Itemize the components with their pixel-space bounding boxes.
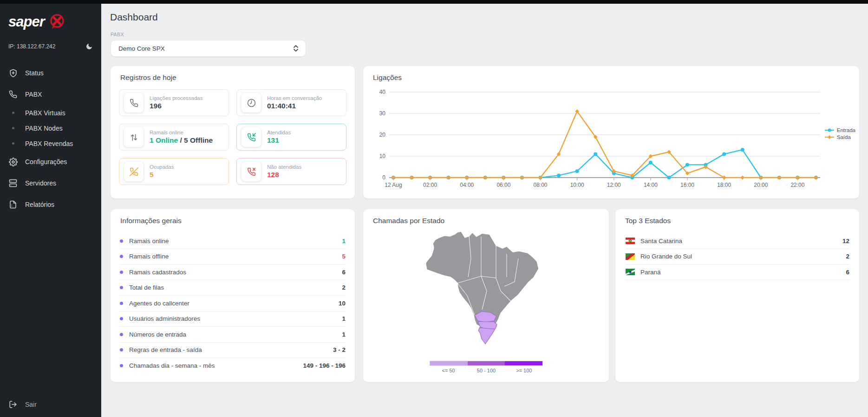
ip-address: IP: 138.122.67.242	[8, 43, 55, 50]
estado-row: Santa Catarina 12	[626, 233, 849, 249]
moon-icon	[85, 43, 93, 50]
flag-parana-icon	[626, 269, 635, 275]
info-row: Ramais offline5	[120, 249, 346, 265]
svg-text:0: 0	[382, 174, 385, 181]
sidebar-item-label: Status	[25, 69, 44, 77]
state-rio-grande-do-sul	[478, 328, 495, 344]
legend-swatch-mid	[468, 361, 505, 365]
svg-text:10:00: 10:00	[570, 182, 584, 188]
svg-text:12:00: 12:00	[607, 182, 621, 188]
shield-icon	[8, 69, 18, 78]
info-row: Ramais cadastrados6	[120, 265, 346, 280]
stat-value: 01:40:41	[267, 102, 322, 110]
stat-label: Ocupadas	[150, 164, 174, 170]
document-icon	[8, 200, 18, 209]
estado-value: 12	[842, 238, 849, 245]
sidebar-item-status[interactable]: Status	[0, 62, 101, 84]
sidebar-item-configuracoes[interactable]: Configurações	[0, 151, 101, 172]
pabx-select[interactable]: Demo Core SPX	[111, 40, 306, 57]
info-value: 1	[342, 315, 346, 322]
sidebar-nav: Status PABX PABX Virtuais PABX Nodes PAB…	[0, 62, 101, 215]
stat-label: Ramais online	[150, 130, 213, 135]
svg-text:18:00: 18:00	[717, 182, 731, 188]
stat-value: 131	[267, 136, 291, 145]
stat-tile-atendidas: Atendidas 131	[236, 124, 346, 151]
sidebar-item-relatorios[interactable]: Relatórios	[0, 194, 101, 215]
card-registros-de-hoje: Registros de hoje Ligações processadas 1…	[111, 66, 355, 199]
stat-value: 128	[267, 171, 301, 179]
dark-mode-toggle[interactable]	[85, 43, 93, 50]
logout-button[interactable]: Sair	[0, 392, 101, 417]
svg-text:16:00: 16:00	[680, 182, 694, 188]
svg-text:20: 20	[379, 132, 386, 138]
phone-busy-icon	[124, 162, 144, 181]
svg-text:12 Aug: 12 Aug	[385, 182, 402, 188]
logo-x-icon	[47, 12, 67, 32]
bullet-icon	[120, 333, 123, 336]
pabx-select-value: Demo Core SPX	[118, 45, 165, 52]
bullet-icon	[120, 239, 123, 243]
card-ligacoes-chart: Ligações 01020304012 Aug02:0004:0006:000…	[363, 66, 859, 199]
bullet-icon	[120, 364, 123, 367]
bullet-icon	[120, 317, 123, 320]
sidebar-item-pabx-nodes[interactable]: PABX Nodes	[0, 120, 101, 136]
sidebar-item-label: Relatórios	[25, 201, 54, 208]
bullet-icon	[8, 112, 18, 114]
sidebar-item-label: PABX Virtuais	[25, 109, 65, 117]
stat-value: 196	[150, 102, 202, 110]
sidebar-item-label: PABX Revendas	[25, 140, 73, 147]
sidebar-item-pabx-revendas[interactable]: PABX Revendas	[0, 136, 101, 151]
logo[interactable]: saper	[8, 12, 101, 32]
main-content: Dashboard PABX Demo Core SPX Registros d…	[101, 4, 868, 417]
stat-tile-ocupadas: Ocupadas 5	[119, 158, 229, 185]
chart-legend: Entrada Saída	[824, 127, 855, 140]
phone-icon	[124, 93, 144, 113]
svg-text:02:00: 02:00	[423, 182, 437, 188]
logout-label: Sair	[25, 401, 37, 408]
card-top-3-estados: Top 3 Estados Santa Catarina 12 Rio Gran…	[615, 209, 859, 382]
estado-value: 2	[846, 253, 849, 260]
sidebar-item-servidores[interactable]: Servidores	[0, 172, 101, 194]
info-row: Chamadas dia - semana - mês149 - 196 - 1…	[120, 358, 346, 374]
card-informacoes-gerais: Informações gerais Ramais online1 Ramais…	[111, 209, 355, 382]
line-chart: 01020304012 Aug02:0004:0006:0008:0010:00…	[371, 85, 830, 195]
legend-entry-entrada: Entrada	[824, 127, 855, 133]
svg-text:08:00: 08:00	[534, 182, 548, 188]
svg-text:04:00: 04:00	[460, 182, 474, 188]
svg-text:40: 40	[379, 89, 386, 95]
sidebar-item-label: PABX Nodes	[25, 125, 63, 132]
brazil-map[interactable]	[411, 217, 565, 356]
chart-title: Ligações	[373, 73, 402, 82]
estado-row: Paraná 6	[626, 265, 849, 280]
stat-label: Ligações processadas	[150, 95, 202, 101]
svg-text:22:00: 22:00	[790, 182, 804, 188]
card-chamadas-por-estado: Chamadas por Estado	[363, 209, 609, 382]
stat-label: Atendidas	[267, 130, 291, 135]
info-value: 10	[339, 300, 346, 307]
clock-icon	[241, 93, 261, 113]
top-strip	[0, 0, 868, 4]
estado-label: Rio Grande do Sul	[640, 253, 692, 260]
sidebar-item-pabx-virtuais[interactable]: PABX Virtuais	[0, 105, 101, 120]
sidebar-item-label: PABX	[25, 91, 42, 98]
legend-label-low: <= 50	[430, 368, 467, 373]
stat-value: 5	[150, 171, 174, 179]
stat-label: Não atendidas	[267, 164, 301, 170]
estado-label: Paraná	[640, 269, 661, 276]
phone-missed-icon	[241, 162, 261, 181]
svg-text:06:00: 06:00	[496, 182, 510, 188]
info-value: 5	[342, 253, 346, 260]
sidebar-item-label: Configurações	[25, 158, 67, 165]
sidebar-item-pabx[interactable]: PABX	[0, 84, 101, 105]
flag-santa-catarina-icon	[626, 238, 635, 244]
gear-icon	[8, 158, 18, 166]
info-value: 2	[342, 284, 346, 291]
sidebar-item-label: Servidores	[25, 179, 56, 187]
card-title: Top 3 Estados	[625, 217, 671, 225]
sidebar: saper IP: 138.122.67.242 Status	[0, 4, 101, 417]
page-title: Dashboard	[110, 12, 158, 23]
stat-tile-nao-atendidas: Não atendidas 128	[236, 158, 346, 185]
svg-text:20:00: 20:00	[754, 182, 768, 188]
info-value: 1	[342, 238, 346, 245]
highlighted-states[interactable]	[475, 311, 497, 344]
